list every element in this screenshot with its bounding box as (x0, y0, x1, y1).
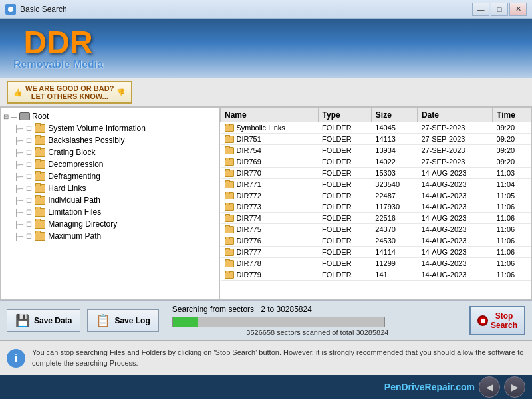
file-time-cell: 09:20 (493, 122, 531, 134)
maximize-button[interactable]: □ (491, 3, 508, 16)
forward-nav-button[interactable]: ▶ (504, 376, 525, 398)
sectors-label: sectors scanned of total (277, 329, 356, 336)
file-date-cell: 27-SEP-2023 (417, 145, 492, 156)
file-type-cell: FOLDER (318, 156, 371, 168)
file-date-cell: 14-AUG-2023 (417, 213, 492, 224)
file-size-cell: 14113 (371, 134, 417, 145)
bottom-controls: 💾 Save Data 📋 Save Log Searching from se… (0, 300, 532, 340)
save-data-button[interactable]: 💾 Save Data (7, 309, 80, 332)
folder-icon (225, 215, 234, 222)
table-row[interactable]: DIR769 FOLDER 14022 27-SEP-2023 09:20 (221, 156, 531, 168)
tree-item[interactable]: ├─ ☐ Decompression (1, 158, 219, 170)
file-date-cell: 14-AUG-2023 (417, 224, 492, 235)
file-name-cell: DIR778 (221, 258, 319, 269)
tree-item[interactable]: ├─ ☐ Backslashes Possibly (1, 134, 219, 146)
table-row[interactable]: DIR754 FOLDER 13934 27-SEP-2023 09:20 (221, 145, 531, 156)
column-header: Date (417, 108, 492, 122)
folder-icon (35, 232, 45, 241)
file-time-cell: 09:20 (493, 156, 531, 168)
table-row[interactable]: DIR776 FOLDER 24530 14-AUG-2023 11:06 (221, 235, 531, 247)
window-title: Basic Search (20, 5, 67, 14)
file-size-cell: 24370 (371, 224, 417, 235)
checkbox-icon: ☐ (26, 233, 32, 240)
rating-button[interactable]: 👍 WE ARE GOOD OR BAD? LET OTHERS KNOW...… (7, 81, 132, 104)
table-row[interactable]: Symbolic Links FOLDER 14045 27-SEP-2023 … (221, 122, 531, 134)
folder-icon (225, 271, 234, 279)
table-row[interactable]: DIR773 FOLDER 117930 14-AUG-2023 11:06 (221, 201, 531, 213)
checkbox-icon: ☐ (26, 185, 32, 192)
close-button[interactable]: ✕ (509, 3, 527, 16)
file-panel[interactable]: NameTypeSizeDateTime Symbolic Links FOLD… (220, 108, 531, 299)
table-row[interactable]: DIR775 FOLDER 24370 14-AUG-2023 11:06 (221, 224, 531, 235)
file-name: DIR754 (237, 146, 261, 154)
file-name: DIR769 (237, 158, 261, 166)
save-log-button[interactable]: 📋 Save Log (87, 309, 158, 332)
save-log-label: Save Log (114, 316, 150, 325)
table-row[interactable]: DIR770 FOLDER 15303 14-AUG-2023 11:03 (221, 168, 531, 179)
table-row[interactable]: DIR774 FOLDER 22516 14-AUG-2023 11:06 (221, 213, 531, 224)
tree-item[interactable]: ├─ ☐ System Volume Information (1, 122, 219, 134)
file-time-cell: 11:06 (493, 247, 531, 258)
file-size-cell: 141 (371, 269, 417, 281)
stop-label: Stop Search (491, 311, 517, 330)
table-row[interactable]: DIR777 FOLDER 14114 14-AUG-2023 11:06 (221, 247, 531, 258)
file-name-cell: DIR751 (221, 134, 319, 145)
search-text: Searching from sectors 2 to 30285824 (172, 305, 463, 314)
title-bar-left: Basic Search (5, 4, 67, 15)
file-size-cell: 22487 (371, 190, 417, 201)
file-name: DIR751 (237, 135, 261, 143)
file-name-cell: DIR779 (221, 269, 319, 281)
tree-line: ├─ (14, 221, 23, 228)
table-row[interactable]: DIR778 FOLDER 11299 14-AUG-2023 11:06 (221, 258, 531, 269)
file-name-cell: DIR773 (221, 201, 319, 213)
tree-root-item[interactable]: ⊟ — Root (1, 110, 219, 122)
file-type-cell: FOLDER (318, 213, 371, 224)
file-time-cell: 11:06 (493, 258, 531, 269)
file-date-cell: 14-AUG-2023 (417, 247, 492, 258)
tree-item[interactable]: ├─ ☐ Defragmenting (1, 170, 219, 182)
tree-item-label: Individual Path (48, 196, 100, 205)
file-time-cell: 11:06 (493, 201, 531, 213)
folder-icon (225, 203, 234, 211)
file-date-cell: 14-AUG-2023 (417, 190, 492, 201)
tree-expand-icon[interactable]: ⊟ (3, 113, 9, 120)
back-nav-button[interactable]: ◀ (479, 376, 500, 398)
folder-icon (225, 158, 234, 166)
tree-item[interactable]: ├─ ☐ Maximum Path (1, 230, 219, 242)
checkbox-icon: ☐ (26, 137, 32, 144)
thumbs-down-icon: 👎 (116, 88, 126, 97)
table-row[interactable]: DIR772 FOLDER 22487 14-AUG-2023 11:05 (221, 190, 531, 201)
file-type-cell: FOLDER (318, 145, 371, 156)
tree-connector: — (11, 113, 17, 120)
tree-item[interactable]: ├─ ☐ Crating Block (1, 146, 219, 158)
minimize-button[interactable]: — (472, 3, 489, 16)
info-icon: i (7, 349, 25, 368)
tree-item[interactable]: ├─ ☐ Hard Links (1, 182, 219, 194)
file-date-cell: 14-AUG-2023 (417, 258, 492, 269)
checkbox-icon: ☐ (26, 221, 32, 228)
sectors-scanned: 3526658 (246, 329, 275, 336)
tree-line: ├─ (14, 161, 23, 168)
file-type-cell: FOLDER (318, 190, 371, 201)
title-bar: Basic Search — □ ✕ (0, 0, 532, 19)
table-row[interactable]: DIR771 FOLDER 323540 14-AUG-2023 11:04 (221, 179, 531, 190)
file-name-cell: DIR772 (221, 190, 319, 201)
file-time-cell: 09:20 (493, 134, 531, 145)
tree-item-label: Decompression (48, 160, 103, 169)
tree-item[interactable]: ├─ ☐ Individual Path (1, 194, 219, 206)
file-date-cell: 27-SEP-2023 (417, 122, 492, 134)
file-name-cell: DIR769 (221, 156, 319, 168)
tree-panel[interactable]: ⊟ — Root ├─ ☐ System Volume Information … (1, 108, 220, 299)
tree-item[interactable]: ├─ ☐ Limitation Files (1, 206, 219, 218)
file-time-cell: 11:03 (493, 168, 531, 179)
file-time-cell: 11:06 (493, 235, 531, 247)
table-row[interactable]: DIR779 FOLDER 141 14-AUG-2023 11:06 (221, 269, 531, 281)
tree-item[interactable]: ├─ ☐ Managing Directory (1, 218, 219, 230)
folder-icon (225, 226, 234, 233)
stop-search-button[interactable]: Stop Search (469, 306, 525, 335)
tree-line: ├─ (14, 149, 23, 156)
table-row[interactable]: DIR751 FOLDER 14113 27-SEP-2023 09:20 (221, 134, 531, 145)
file-size-cell: 14045 (371, 122, 417, 134)
file-name-cell: DIR770 (221, 168, 319, 179)
folder-icon (35, 124, 45, 133)
